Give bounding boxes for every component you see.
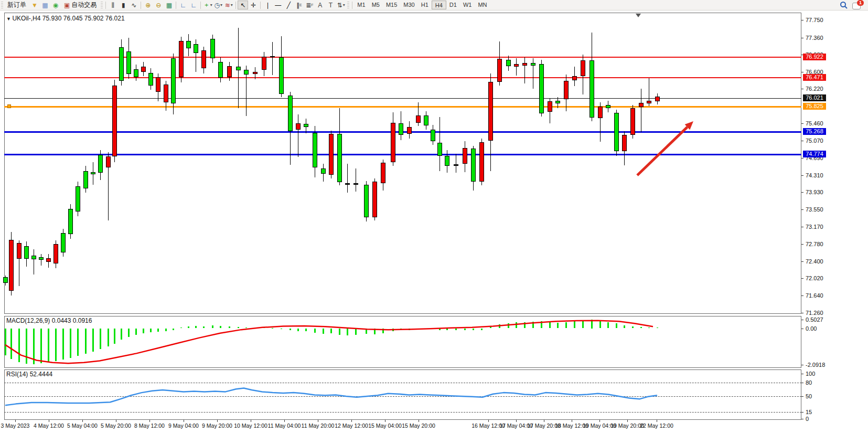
candle <box>622 135 627 151</box>
date-label[interactable]: 15 May 20:00 <box>402 423 435 429</box>
timeframe-button-w1[interactable]: W1 <box>460 1 475 9</box>
toolbar-grip <box>1 2 3 9</box>
macd-histogram-bar <box>330 329 332 334</box>
macd-histogram-bar <box>281 329 282 329</box>
new-order-button[interactable]: 新订单 <box>4 1 29 9</box>
date-label[interactable]: 4 May 12:00 <box>34 423 64 429</box>
macd-histogram-bar <box>532 322 534 329</box>
macd-histogram-bar <box>114 329 115 344</box>
timeframe-button-mn[interactable]: MN <box>475 1 490 9</box>
candle <box>24 246 29 259</box>
crosshair-icon[interactable]: ✛ <box>248 1 259 9</box>
candle <box>304 124 308 126</box>
channel-icon[interactable]: ∥E <box>294 1 304 9</box>
date-label[interactable]: 12 May 12:00 <box>335 423 368 429</box>
price-badge-74.774: 74.774 <box>803 151 826 157</box>
auto-arrange-icon[interactable]: ∟ <box>178 1 188 9</box>
timeframe-button-h1[interactable]: H1 <box>418 1 432 9</box>
cursor-icon[interactable]: ↖ <box>238 1 248 9</box>
candle <box>134 69 138 77</box>
chevron-down-icon[interactable]: ▾ <box>231 3 233 7</box>
candlestick-chart-icon[interactable]: ▮ <box>118 1 128 9</box>
autotrading-button[interactable]: ▣自动交易 <box>61 1 100 9</box>
date-label[interactable]: 10 May 12:00 <box>234 423 267 429</box>
date-label[interactable]: 19 May 20:00 <box>610 423 644 429</box>
trendline-icon[interactable]: ╱ <box>283 1 294 9</box>
hline-76.471[interactable] <box>4 77 801 78</box>
bar-chart-icon[interactable]: ⫼ <box>108 1 118 9</box>
macd-histogram-bar <box>508 323 509 329</box>
line-chart-icon[interactable]: ∿ <box>128 1 139 9</box>
chevron-down-icon[interactable]: ▾ <box>220 3 222 7</box>
market-watch-icon[interactable]: ▼ <box>29 1 40 9</box>
fibonacci-icon[interactable]: ≣F <box>304 1 315 9</box>
rsi-tick <box>801 374 803 374</box>
text-label-icon[interactable]: T <box>325 1 336 9</box>
candle-wick <box>456 154 456 173</box>
date-label[interactable]: 22 May 12:00 <box>640 423 673 429</box>
timeframe-button-m30[interactable]: M30 <box>400 1 417 9</box>
timeframe-button-h4[interactable]: H4 <box>432 1 446 9</box>
hline-76.922[interactable] <box>4 57 801 58</box>
hline-75.825[interactable] <box>4 106 801 108</box>
timeframe-button-m15[interactable]: M15 <box>383 1 400 9</box>
vertical-line-icon[interactable]: ❘ <box>262 1 273 9</box>
macd-histogram-bar <box>582 320 584 328</box>
period-icon[interactable]: ◷▾ <box>213 1 223 9</box>
tile-windows-icon[interactable]: ▦ <box>164 1 174 9</box>
date-label[interactable]: 11 May 20:00 <box>302 423 335 429</box>
date-tick <box>15 420 16 422</box>
zoom-in-icon[interactable]: ⊕ <box>143 1 153 9</box>
timeframe-button-m1[interactable]: M1 <box>354 1 368 9</box>
candle-wick <box>524 57 525 83</box>
arrows-icon[interactable]: ⇅▾ <box>336 1 346 9</box>
toolbar-separator <box>200 2 201 9</box>
horizontal-line-icon[interactable]: — <box>273 1 283 9</box>
macd-histogram-bar <box>26 329 27 364</box>
text-icon[interactable]: A <box>315 1 325 9</box>
date-label[interactable]: 5 May 20:00 <box>101 423 131 429</box>
timeframe-button-m5[interactable]: M5 <box>369 1 383 9</box>
hline-74.774[interactable] <box>4 154 801 155</box>
chevron-down-icon[interactable]: ▾ <box>210 3 212 7</box>
hline-76.021[interactable] <box>4 98 801 99</box>
data-window-icon[interactable]: ▦ <box>40 1 50 9</box>
date-label[interactable]: 8 May 12:00 <box>134 423 165 429</box>
macd-histogram-bar <box>648 328 650 329</box>
new-chart-icon[interactable]: ＋▾ <box>202 1 213 9</box>
macd-label: MACD(12,26,9) 0.0443 0.0916 <box>6 317 92 324</box>
price-badge-75.268: 75.268 <box>803 128 826 135</box>
timeframe-button-d1[interactable]: D1 <box>446 1 460 9</box>
candle <box>337 134 342 183</box>
zoom-out-icon[interactable]: ⊖ <box>153 1 164 9</box>
date-label[interactable]: 11 May 04:00 <box>268 423 301 429</box>
candle <box>46 258 51 262</box>
candle <box>106 156 111 167</box>
date-label[interactable]: 15 May 04:00 <box>368 423 402 429</box>
arrange-windows-icon[interactable]: ∟ <box>188 1 199 9</box>
shift-marker-icon[interactable] <box>636 14 641 17</box>
date-label[interactable]: 5 May 04:00 <box>67 423 98 429</box>
date-tick <box>419 420 419 422</box>
candle <box>227 66 232 77</box>
date-label[interactable]: 9 May 20:00 <box>202 423 232 429</box>
chevron-down-icon[interactable]: ▾ <box>343 3 345 7</box>
macd-histogram-bar <box>432 329 434 330</box>
candle <box>614 113 619 151</box>
chart-menu-triangle-icon[interactable]: ▼ <box>6 16 12 22</box>
date-label[interactable]: 3 May 2023 <box>1 423 30 429</box>
price-badge-76.021: 76.021 <box>803 94 826 101</box>
indicators-icon[interactable]: ≋▾ <box>223 1 234 9</box>
price-tick <box>801 244 803 245</box>
signals-icon[interactable]: ◉ <box>50 1 61 9</box>
search-icon[interactable] <box>840 1 848 9</box>
chat-icon[interactable]: 1 <box>852 1 863 9</box>
candle <box>581 60 585 76</box>
candle <box>98 155 103 173</box>
candle <box>313 133 317 167</box>
date-label[interactable]: 9 May 04:00 <box>168 423 199 429</box>
candle-wick <box>347 164 348 193</box>
date-tick <box>544 420 544 422</box>
date-tick <box>627 420 628 422</box>
hline-handle[interactable] <box>7 104 11 108</box>
